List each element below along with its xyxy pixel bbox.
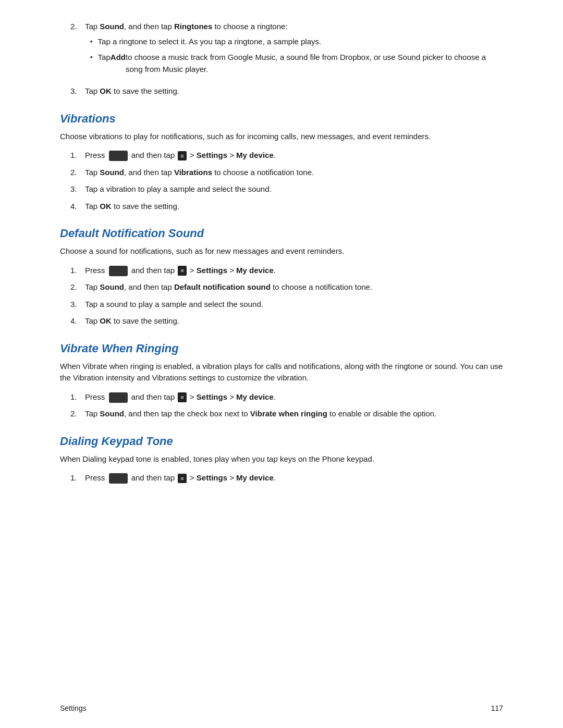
vibrate-when-ringing-section: Vibrate When Ringing When Vibrate when r… [60,342,503,420]
vibrations-step-1: 1. Press and then tap ≡ > Settings > My … [70,150,503,162]
default-notification-steps: 1. Press and then tap ≡ > Settings > My … [70,265,503,327]
vibrate-when-ringing-description: When Vibrate when ringing is enabled, a … [60,361,503,384]
dialing-keypad-heading: Dialing Keypad Tone [60,435,503,448]
vibrate-when-ringing-steps: 1. Press and then tap ≡ > Settings > My … [70,391,503,420]
vibrate-when-ringing-step-2: 2. Tap Sound, and then tap the check box… [70,408,503,420]
footer-left: Settings [60,704,87,712]
vibrations-step-3: 3. Tap a vibration to play a sample and … [70,183,503,195]
home-button-icon [109,151,128,161]
page-container: 2. Tap Sound, and then tap Ringtones to … [0,0,563,728]
footer-right: 117 [491,704,503,712]
bullet-list: Tap a ringtone to select it. As you tap … [90,36,503,76]
vibrate-when-ringing-step-1: 1. Press and then tap ≡ > Settings > My … [70,391,503,403]
home-button-icon-2 [109,266,128,276]
default-notification-step-1: 1. Press and then tap ≡ > Settings > My … [70,265,503,277]
top-item-3: 3. Tap OK to save the setting. [70,85,503,97]
dialing-keypad-step-1: 1. Press and then tap ≡ > Settings > My … [70,472,503,484]
menu-icon-4: ≡ [178,474,186,484]
vibrations-section: Vibrations Choose vibrations to play for… [60,112,503,213]
default-notification-description: Choose a sound for notifications, such a… [60,245,503,257]
vibrate-when-ringing-heading: Vibrate When Ringing [60,342,503,355]
vibrations-step-2: 2. Tap Sound, and then tap Vibrations to… [70,167,503,179]
footer: Settings 117 [60,704,503,712]
home-button-icon-3 [109,392,128,403]
default-notification-step-4: 4. Tap OK to save the setting. [70,315,503,327]
dialing-keypad-section: Dialing Keypad Tone When Dialing keypad … [60,435,503,484]
bullet-item-1: Tap a ringtone to select it. As you tap … [90,36,503,48]
bullet-item-2: Tap Add to choose a music track from Goo… [90,52,503,75]
home-button-icon-4 [109,473,128,484]
vibrations-steps: 1. Press and then tap ≡ > Settings > My … [70,150,503,212]
menu-icon: ≡ [178,151,186,161]
dialing-keypad-description: When Dialing keypad tone is enabled, ton… [60,453,503,465]
vibrations-description: Choose vibrations to play for notificati… [60,131,503,143]
default-notification-section: Default Notification Sound Choose a soun… [60,227,503,327]
top-list: 2. Tap Sound, and then tap Ringtones to … [70,21,503,97]
menu-icon-2: ≡ [178,266,186,276]
default-notification-step-2: 2. Tap Sound, and then tap Default notif… [70,281,503,293]
default-notification-heading: Default Notification Sound [60,227,503,240]
top-continuation: 2. Tap Sound, and then tap Ringtones to … [60,21,503,97]
dialing-keypad-steps: 1. Press and then tap ≡ > Settings > My … [70,472,503,484]
top-item-2: 2. Tap Sound, and then tap Ringtones to … [70,21,503,80]
vibrations-step-4: 4. Tap OK to save the setting. [70,201,503,213]
default-notification-step-3: 3. Tap a sound to play a sample and sele… [70,299,503,311]
vibrations-heading: Vibrations [60,112,503,126]
menu-icon-3: ≡ [178,392,186,402]
